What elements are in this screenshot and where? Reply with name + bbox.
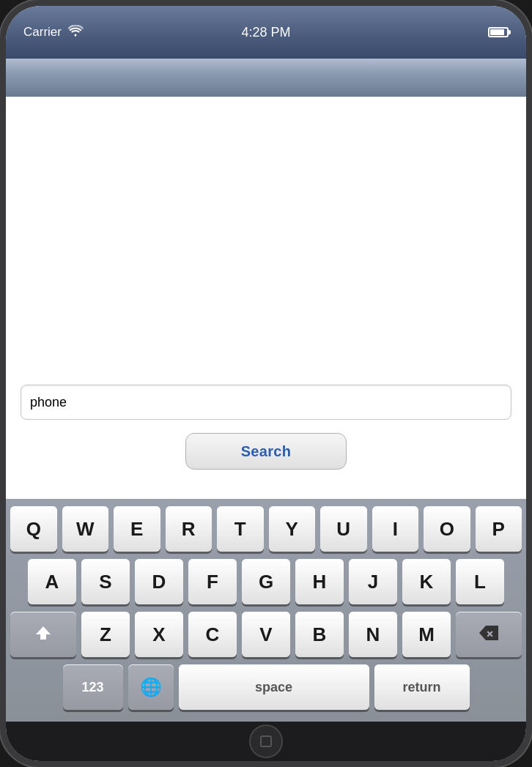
key-g[interactable]: G bbox=[242, 559, 290, 604]
key-b[interactable]: B bbox=[295, 612, 344, 657]
globe-icon: 🌐 bbox=[140, 677, 162, 697]
keyboard-row-2: A S D F G H J K L bbox=[10, 559, 522, 604]
home-button-icon bbox=[260, 735, 272, 747]
key-o[interactable]: O bbox=[424, 506, 470, 552]
shift-icon bbox=[36, 625, 51, 645]
keyboard-row-1: Q W E R T Y U I O P bbox=[10, 506, 522, 552]
key-s[interactable]: S bbox=[81, 559, 130, 604]
key-n[interactable]: N bbox=[349, 612, 397, 657]
return-key[interactable]: return bbox=[374, 664, 470, 710]
status-bar: Carrier 4:28 PM bbox=[6, 6, 526, 59]
search-button[interactable]: Search bbox=[185, 433, 347, 470]
key-r[interactable]: R bbox=[166, 506, 213, 552]
key-u[interactable]: U bbox=[320, 506, 367, 552]
status-right bbox=[488, 27, 509, 37]
status-time: 4:28 PM bbox=[241, 25, 290, 40]
search-field-wrapper bbox=[21, 385, 511, 420]
space-key[interactable]: space bbox=[179, 664, 369, 710]
device-screen: Carrier 4:28 PM bbox=[6, 6, 526, 761]
key-f[interactable]: F bbox=[188, 559, 237, 604]
key-x[interactable]: X bbox=[135, 612, 183, 657]
key-p[interactable]: P bbox=[476, 506, 522, 552]
key-t[interactable]: T bbox=[217, 506, 264, 552]
content-area: Search bbox=[6, 97, 526, 499]
key-e[interactable]: E bbox=[114, 506, 160, 552]
key-z[interactable]: Z bbox=[81, 612, 130, 657]
key-l[interactable]: L bbox=[456, 559, 504, 604]
key-v[interactable]: V bbox=[242, 612, 290, 657]
search-input-container bbox=[21, 385, 511, 420]
key-c[interactable]: C bbox=[188, 612, 237, 657]
keyboard: Q W E R T Y U I O P A S D F G H J K bbox=[6, 499, 526, 722]
key-j[interactable]: J bbox=[349, 559, 397, 604]
carrier-label: Carrier bbox=[23, 25, 62, 40]
numbers-key[interactable]: 123 bbox=[63, 664, 123, 710]
key-h[interactable]: H bbox=[295, 559, 344, 604]
status-left: Carrier bbox=[23, 25, 84, 40]
shift-key[interactable] bbox=[10, 612, 76, 657]
iphone-device: Carrier 4:28 PM bbox=[0, 0, 532, 767]
key-w[interactable]: W bbox=[62, 506, 109, 552]
keyboard-row-3: Z X C V B N M bbox=[10, 612, 522, 657]
globe-key[interactable]: 🌐 bbox=[128, 664, 174, 710]
key-y[interactable]: Y bbox=[269, 506, 316, 552]
key-k[interactable]: K bbox=[402, 559, 451, 604]
delete-icon bbox=[479, 626, 498, 644]
navigation-bar bbox=[6, 59, 526, 97]
home-bar bbox=[6, 722, 526, 761]
delete-key[interactable] bbox=[456, 612, 522, 657]
home-button[interactable] bbox=[249, 725, 283, 758]
search-input[interactable] bbox=[21, 385, 511, 420]
key-d[interactable]: D bbox=[135, 559, 183, 604]
key-q[interactable]: Q bbox=[10, 506, 57, 552]
battery-icon bbox=[488, 27, 509, 37]
svg-marker-0 bbox=[36, 626, 51, 640]
key-m[interactable]: M bbox=[402, 612, 451, 657]
key-i[interactable]: I bbox=[372, 506, 419, 552]
wifi-icon bbox=[67, 25, 84, 40]
keyboard-row-4: 123 🌐 space return bbox=[10, 664, 522, 710]
key-a[interactable]: A bbox=[28, 559, 76, 604]
